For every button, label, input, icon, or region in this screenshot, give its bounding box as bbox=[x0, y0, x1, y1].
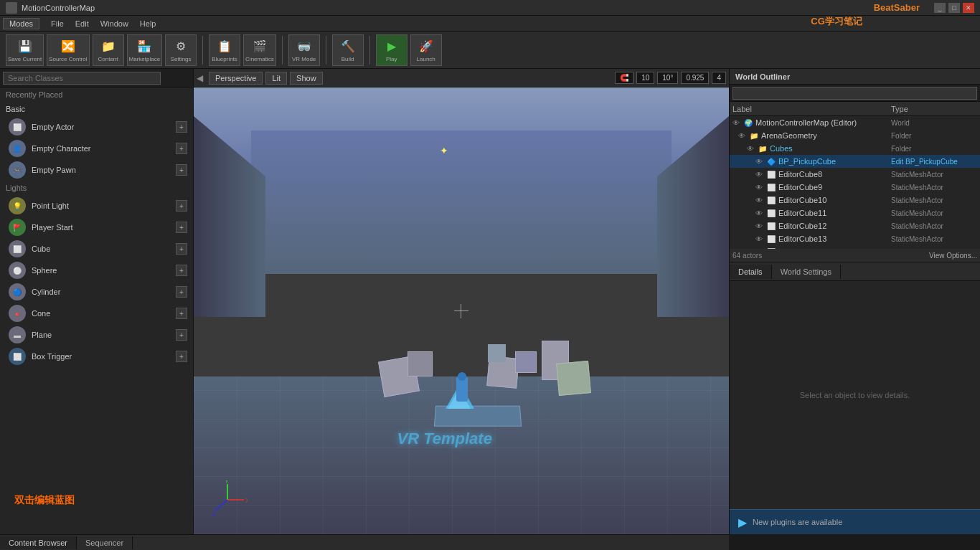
actor-count: 64 actors bbox=[732, 252, 762, 260]
lit-button[interactable]: Lit bbox=[265, 72, 287, 85]
minimize-button[interactable]: _ bbox=[934, 3, 946, 13]
window-controls: _ □ ✕ bbox=[934, 3, 974, 13]
box-trigger-icon: ⬜ bbox=[9, 348, 26, 365]
empty-actor-label: Empty Actor bbox=[32, 123, 170, 131]
empty-actor-add[interactable]: + bbox=[176, 121, 187, 133]
camera-speed[interactable]: 4 bbox=[712, 72, 726, 84]
class-point-light[interactable]: 💡 Point Light + bbox=[0, 195, 193, 217]
play-button[interactable]: ▶ Play bbox=[376, 34, 407, 66]
outliner-search-input[interactable] bbox=[732, 87, 977, 100]
viewport[interactable]: VR Template ✦ X Y Z bbox=[194, 87, 729, 534]
snap-toggle[interactable]: 🧲 bbox=[615, 72, 633, 84]
eye-icon[interactable]: 👁 bbox=[747, 145, 757, 153]
cylinder-add[interactable]: + bbox=[176, 286, 187, 298]
eye-icon[interactable]: 👁 bbox=[755, 184, 765, 191]
sequencer-tab[interactable]: Sequencer bbox=[77, 536, 133, 549]
maximize-button[interactable]: □ bbox=[948, 3, 960, 13]
outliner-row-world[interactable]: 👁 🌍 MotionControllerMap (Editor) World bbox=[730, 116, 980, 129]
eye-icon[interactable]: 👁 bbox=[755, 222, 765, 230]
mesh-icon: ⬜ bbox=[767, 196, 777, 204]
sphere-add[interactable]: + bbox=[176, 265, 187, 276]
modes-button[interactable]: Modes bbox=[3, 18, 39, 29]
vr-mode-button[interactable]: 🥽 VR Mode bbox=[288, 34, 320, 66]
search-classes-input[interactable] bbox=[3, 72, 161, 85]
scale-snap[interactable]: 0.925 bbox=[681, 72, 709, 84]
eye-icon[interactable]: 👁 bbox=[755, 209, 765, 217]
outliner-row-cube13[interactable]: 👁 ⬜ EditorCube13 StaticMeshActor bbox=[730, 232, 980, 245]
empty-character-add[interactable]: + bbox=[176, 143, 187, 154]
outliner-row-pickup-cube[interactable]: 👁 🔷 BP_PickupCube Edit BP_PickupCube bbox=[730, 155, 980, 168]
launch-button[interactable]: 🚀 Launch bbox=[410, 34, 442, 66]
outliner-row-arena[interactable]: 👁 📁 ArenaGeometry Folder bbox=[730, 129, 980, 142]
world-icon: 🌍 bbox=[744, 119, 754, 127]
cinematics-button[interactable]: 🎬 Cinematics bbox=[243, 34, 276, 66]
box-trigger-label: Box Trigger bbox=[32, 352, 170, 361]
eye-icon[interactable]: 👁 bbox=[732, 119, 743, 127]
outliner-row-cubes[interactable]: 👁 📁 Cubes Folder bbox=[730, 142, 980, 155]
outliner-row-cube11[interactable]: 👁 ⬜ EditorCube11 StaticMeshActor bbox=[730, 207, 980, 219]
outliner-row-cube12[interactable]: 👁 ⬜ EditorCube12 StaticMeshActor bbox=[730, 219, 980, 232]
close-button[interactable]: ✕ bbox=[963, 3, 974, 13]
search-classes-bar bbox=[0, 69, 193, 87]
row-type: Folder bbox=[891, 132, 977, 140]
category-lights[interactable]: Lights bbox=[0, 181, 193, 195]
eye-icon[interactable]: 👁 bbox=[755, 171, 765, 179]
eye-icon[interactable]: 👁 bbox=[755, 196, 765, 204]
source-control-icon: 🔀 bbox=[60, 37, 77, 54]
row-label: MotionControllerMap (Editor) bbox=[755, 118, 890, 127]
menu-edit[interactable]: Edit bbox=[70, 18, 95, 29]
cinematics-icon: 🎬 bbox=[251, 37, 268, 54]
eye-icon[interactable]: 👁 bbox=[738, 132, 748, 140]
content-browser-tab[interactable]: Content Browser bbox=[0, 536, 77, 549]
category-basic[interactable]: Basic bbox=[0, 102, 193, 116]
sphere-label: Sphere bbox=[32, 266, 170, 275]
class-empty-character[interactable]: 👤 Empty Character + bbox=[0, 138, 193, 159]
class-plane[interactable]: ▬ Plane + bbox=[0, 324, 193, 346]
plane-add[interactable]: + bbox=[176, 329, 187, 341]
menu-help[interactable]: Help bbox=[134, 18, 162, 29]
point-light-add[interactable]: + bbox=[176, 200, 187, 212]
grid-size[interactable]: 10 bbox=[636, 72, 654, 84]
box-trigger-add[interactable]: + bbox=[176, 351, 187, 362]
cone-add[interactable]: + bbox=[176, 308, 187, 319]
rotation-snap[interactable]: 10° bbox=[657, 72, 678, 84]
details-tab[interactable]: Details bbox=[730, 265, 772, 279]
build-button[interactable]: 🔨 Build bbox=[332, 34, 364, 66]
show-button[interactable]: Show bbox=[290, 72, 323, 85]
class-cube[interactable]: ⬜ Cube + bbox=[0, 238, 193, 260]
eye-icon[interactable]: 👁 bbox=[755, 235, 765, 243]
outliner-row-cube10[interactable]: 👁 ⬜ EditorCube10 StaticMeshActor bbox=[730, 194, 980, 207]
class-box-trigger[interactable]: ⬜ Box Trigger + bbox=[0, 346, 193, 367]
eye-icon[interactable]: 👁 bbox=[755, 158, 765, 166]
content-button[interactable]: 📁 Content bbox=[93, 34, 124, 66]
outliner-items-list: 👁 🌍 MotionControllerMap (Editor) World 👁… bbox=[730, 116, 980, 249]
class-empty-pawn[interactable]: 🎮 Empty Pawn + bbox=[0, 159, 193, 181]
notification-text: New plugins are available bbox=[753, 518, 842, 526]
outliner-row-cube8[interactable]: 👁 ⬜ EditorCube8 StaticMeshActor bbox=[730, 168, 980, 181]
save-current-button[interactable]: 💾 Save Current bbox=[6, 34, 44, 66]
cube-add[interactable]: + bbox=[176, 243, 187, 255]
class-player-start[interactable]: 🚩 Player Start + bbox=[0, 217, 193, 238]
class-cone[interactable]: 🔺 Cone + bbox=[0, 303, 193, 324]
class-empty-actor[interactable]: ⬜ Empty Actor + bbox=[0, 116, 193, 138]
outliner-row-cube9[interactable]: 👁 ⬜ EditorCube9 StaticMeshActor bbox=[730, 181, 980, 194]
perspective-button[interactable]: Perspective bbox=[209, 72, 263, 85]
details-content: Select an object to view details. bbox=[730, 281, 980, 509]
menu-window[interactable]: Window bbox=[95, 18, 134, 29]
category-recently-placed[interactable]: Recently Placed bbox=[0, 87, 193, 102]
class-sphere[interactable]: ⚪ Sphere + bbox=[0, 260, 193, 281]
view-options[interactable]: View Options... bbox=[929, 252, 977, 260]
mesh-icon: ⬜ bbox=[767, 222, 777, 230]
settings-button[interactable]: ⚙ Settings bbox=[165, 34, 197, 66]
blueprints-button[interactable]: 📋 Blueprints bbox=[209, 34, 240, 66]
player-start-add[interactable]: + bbox=[176, 222, 187, 233]
menu-file[interactable]: File bbox=[45, 18, 70, 29]
world-settings-tab[interactable]: World Settings bbox=[772, 265, 841, 279]
toolbar-separator2 bbox=[282, 36, 283, 65]
source-control-button[interactable]: 🔀 Source Control bbox=[47, 34, 89, 66]
class-cylinder[interactable]: 🔵 Cylinder + bbox=[0, 281, 193, 303]
mesh-icon: ⬜ bbox=[767, 184, 777, 191]
marketplace-button[interactable]: 🏪 Marketplace bbox=[127, 34, 163, 66]
empty-pawn-add[interactable]: + bbox=[176, 164, 187, 176]
empty-character-icon: 👤 bbox=[9, 140, 26, 157]
